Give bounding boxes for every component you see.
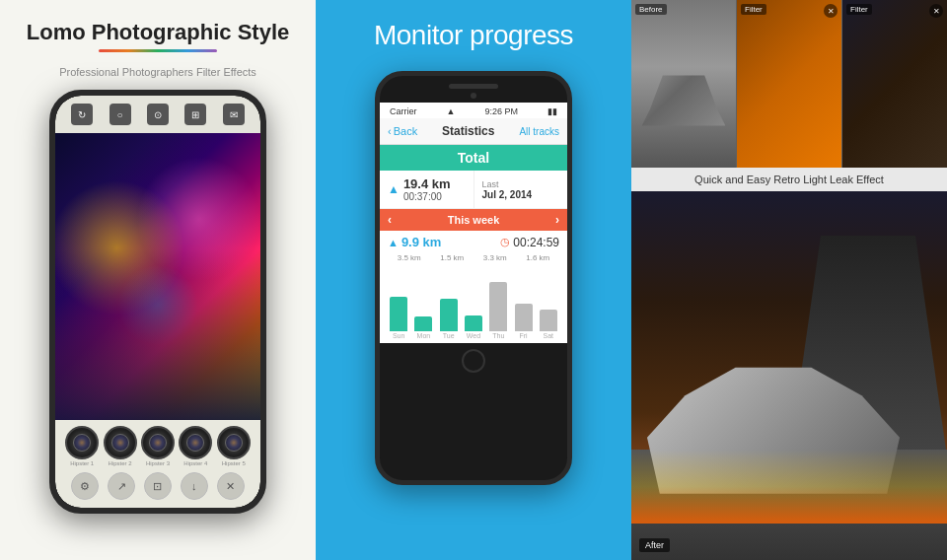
back-chevron-icon: ‹ — [388, 125, 392, 137]
bar-label-1: 1.5 km — [440, 253, 464, 262]
lens-item-5[interactable]: Hipster 5 — [216, 426, 252, 466]
icon-grid[interactable]: ⊞ — [184, 104, 206, 125]
icon-camera[interactable]: ⊙ — [147, 104, 169, 125]
week-time: ◷ 00:24:59 — [500, 236, 559, 249]
lens-label-4: Hipster 4 — [183, 460, 207, 466]
time-value: 00:37:00 — [403, 191, 451, 202]
prev-week-icon[interactable]: ‹ — [388, 213, 392, 227]
distance-group: 19.4 km 00:37:00 — [403, 176, 451, 202]
right-panel: Before Filter ✕ Filter ✕ Quick and Easy … — [631, 0, 947, 560]
filter-image-2: Filter ✕ — [842, 0, 947, 168]
week-clock-icon: ◷ — [500, 236, 510, 248]
week-stats-row: ▲ 9.9 km ◷ 00:24:59 — [380, 231, 567, 253]
week-bar: ‹ This week › — [380, 209, 567, 231]
action-row: ⚙ ↗ ⊡ ↓ ✕ — [63, 470, 253, 502]
close-filter-1-icon[interactable]: ✕ — [824, 4, 838, 18]
bar-fri: Fri — [515, 304, 533, 339]
lens-icon-4[interactable] — [179, 426, 212, 459]
building-silhouette — [55, 248, 260, 421]
phone-top-bar: ↻ ○ ⊙ ⊞ ✉ — [55, 96, 260, 133]
lens-item-3[interactable]: Hipster 3 — [140, 426, 176, 466]
bar-thu-fill — [489, 282, 507, 331]
wifi-icon: ▲ — [447, 106, 456, 116]
home-button[interactable] — [462, 349, 485, 373]
after-scene: After — [631, 191, 947, 560]
icon-circle[interactable]: ○ — [109, 104, 131, 125]
bar-label-2: 3.3 km — [483, 253, 507, 262]
lens-label-3: Hipster 3 — [146, 460, 170, 466]
bar-mon: Mon — [414, 316, 432, 339]
week-location-icon: ▲ — [388, 237, 399, 248]
bar-sat: Sat — [540, 310, 557, 339]
fire-effect — [631, 450, 947, 524]
bar-tue: Tue — [440, 299, 458, 339]
phone-body-left: ↻ ○ ⊙ ⊞ ✉ Hipster 1 — [49, 90, 266, 514]
car-before — [631, 0, 736, 168]
phone-device-center: Carrier ▲ 9:26 PM ▮▮ ‹ Back Statistics A… — [375, 71, 572, 485]
lens-icon-5[interactable] — [217, 426, 251, 459]
total-header: Total — [380, 145, 567, 171]
bar-mon-fill — [414, 316, 432, 331]
bar-sat-fill — [540, 310, 557, 331]
before-label: Before — [635, 4, 667, 15]
icon-mail[interactable]: ✉ — [223, 104, 245, 125]
bar-wed-fill — [465, 315, 482, 331]
day-label-tue: Tue — [443, 332, 455, 339]
filter-label-1: Filter — [741, 4, 766, 15]
screen-title: Statistics — [417, 124, 519, 138]
settings-icon[interactable]: ⚙ — [71, 472, 99, 500]
distance-value: 19.4 km — [403, 176, 451, 191]
lens-item-4[interactable]: Hipster 4 — [178, 426, 213, 466]
bar-sun-fill — [390, 297, 407, 331]
lens-item-1[interactable]: Hipster 1 — [64, 426, 100, 466]
share-icon[interactable]: ⊡ — [144, 472, 172, 500]
phone-screen-left: ↻ ○ ⊙ ⊞ ✉ Hipster 1 — [55, 96, 260, 508]
day-label-wed: Wed — [467, 332, 480, 339]
lens-label-5: Hipster 5 — [222, 460, 246, 466]
lens-item-2[interactable]: Hipster 2 — [103, 426, 138, 466]
time-display: 9:26 PM — [484, 106, 518, 116]
back-label: Back — [394, 125, 417, 137]
left-panel: Lomo Photographic Style Professional Pho… — [0, 0, 316, 560]
bar-tue-fill — [440, 299, 458, 331]
distance-cell: ▲ 19.4 km 00:37:00 — [380, 171, 474, 208]
bar-label-0: 3.5 km — [398, 253, 421, 262]
next-week-icon[interactable]: › — [555, 213, 559, 227]
icon-refresh[interactable]: ↻ — [71, 104, 93, 125]
chart-area: Sun Mon Tue Wed — [380, 264, 567, 343]
car-scene: After — [631, 191, 947, 560]
lens-icon-1[interactable] — [65, 426, 99, 459]
carrier-label: Carrier — [390, 106, 417, 116]
phone-camera — [471, 93, 476, 99]
lens-icon-3[interactable] — [141, 426, 175, 459]
title-underline — [99, 49, 217, 52]
before-image: Before — [631, 0, 736, 168]
day-label-thu: Thu — [492, 332, 504, 339]
bar-fri-fill — [515, 304, 533, 331]
back-button[interactable]: ‹ Back — [388, 125, 417, 137]
day-label-mon: Mon — [417, 332, 431, 339]
phone-bottom-toolbar: Hipster 1 Hipster 2 Hipster 3 Hipst — [55, 420, 260, 508]
stats-row: ▲ 19.4 km 00:37:00 Last Jul 2, 2014 — [380, 171, 567, 209]
phone-body-center: Carrier ▲ 9:26 PM ▮▮ ‹ Back Statistics A… — [375, 71, 572, 485]
day-label-fri: Fri — [519, 332, 527, 339]
week-distance-value: 9.9 km — [401, 235, 441, 249]
this-week-label: This week — [448, 214, 500, 226]
bar-thu: Thu — [489, 282, 507, 339]
close-filter-2-icon[interactable]: ✕ — [929, 4, 943, 18]
close-icon[interactable]: ✕ — [217, 472, 245, 500]
chart-labels: 3.5 km 1.5 km 3.3 km 1.6 km — [380, 253, 567, 262]
lens-icon-2[interactable] — [104, 426, 137, 459]
lens-label-1: Hipster 1 — [70, 460, 94, 466]
all-tracks-link[interactable]: All tracks — [519, 126, 559, 137]
day-label-sun: Sun — [393, 332, 404, 339]
after-label: After — [639, 538, 670, 552]
app-subtitle: Professional Photographers Filter Effect… — [59, 66, 256, 78]
battery-icon: ▮▮ — [547, 106, 557, 116]
import-icon[interactable]: ↓ — [181, 472, 208, 500]
bar-label-3: 1.6 km — [526, 253, 549, 262]
phone-device-left: ↻ ○ ⊙ ⊞ ✉ Hipster 1 — [49, 90, 266, 514]
right-caption: Quick and Easy Retro Light Leak Effect — [631, 168, 947, 191]
lens-label-2: Hipster 2 — [109, 460, 132, 466]
crop-icon[interactable]: ↗ — [108, 472, 135, 500]
